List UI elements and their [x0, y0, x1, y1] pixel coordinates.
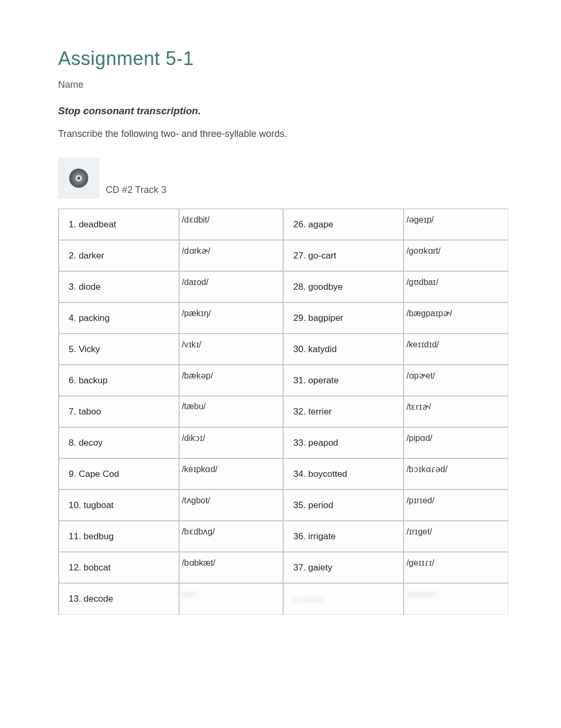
item-number: 12.	[69, 563, 81, 573]
transcription-cell[interactable]: /daɪod/	[179, 271, 283, 302]
word-cell: 2. darker	[59, 240, 179, 271]
word-cell: 11. bedbug	[59, 521, 179, 552]
table-row: 2. darker/dɑrkɚ/27. go-cart/goʊkɑrt/	[59, 240, 508, 271]
transcription-cell[interactable]: /ɑpɚet/	[404, 365, 508, 396]
word-text: Vicky	[76, 344, 100, 354]
word-text: operate	[306, 375, 339, 385]
item-number: 5.	[69, 344, 76, 354]
table-row: 1. deadbeat/dɛdbit/26. agape/əgeɪp/	[59, 209, 508, 240]
page: Assignment 5-1 Name Stop consonant trans…	[0, 0, 561, 615]
word-text: darker	[76, 251, 104, 261]
item-number: 4.	[69, 313, 76, 323]
word-text: decoy	[76, 438, 102, 448]
word-text: period	[306, 500, 333, 510]
item-number: 35.	[293, 500, 306, 510]
transcription-cell[interactable]: /pɪrɪed/	[404, 490, 508, 521]
transcription-cell[interactable]: /ɪrɪget/	[404, 521, 508, 552]
word-cell: 5. Vicky	[59, 334, 179, 365]
item-number: 7.	[69, 407, 76, 417]
word-cell: 33. peapod	[283, 427, 404, 458]
word-text: go-cart	[306, 251, 336, 261]
transcription-cell[interactable]: /tʌgbot/	[179, 490, 283, 521]
cd-icon	[58, 158, 99, 199]
item-number: 28.	[293, 282, 306, 292]
section-subheading: Stop consonant transcription.	[58, 105, 508, 117]
word-text: gaiety	[306, 563, 332, 573]
word-text: irrigate	[306, 531, 336, 541]
word-text: bedbug	[81, 531, 114, 541]
word-cell: 7. taboo	[59, 396, 179, 427]
name-label: Name	[58, 79, 508, 90]
item-number: 29.	[293, 313, 306, 323]
transcription-cell[interactable]: /bægpaɪpɚ/	[404, 302, 508, 334]
transcription-cell[interactable]: /pækɪŋ/	[179, 302, 283, 334]
transcription-cell[interactable]: /bækəp/	[179, 365, 283, 396]
word-text: agape	[306, 219, 333, 229]
transcription-cell[interactable]: /vɪkɪ/	[179, 334, 283, 365]
item-number: 31.	[293, 375, 306, 385]
word-cell: 1. deadbeat	[59, 209, 179, 240]
transcription-cell[interactable]: /bɑbkæt/	[179, 552, 283, 583]
transcription-cell[interactable]: /pipɑd/	[404, 427, 508, 458]
item-number: 30.	[293, 344, 306, 354]
word-cell: 29. bagpiper	[283, 302, 404, 334]
word-cell: 8. decoy	[59, 427, 179, 458]
item-number: 9.	[69, 469, 76, 479]
word-text: tugboat	[81, 500, 114, 510]
transcription-cell[interactable]: /bɔɪkɑɾəd/	[404, 458, 508, 490]
item-number: 13.	[69, 594, 81, 604]
transcription-cell[interactable]: /tæbu/	[179, 396, 283, 427]
transcription-cell[interactable]: /geɪɪɾɪ/	[404, 552, 508, 583]
word-text: peapod	[306, 438, 338, 448]
word-cell: 31. operate	[283, 365, 404, 396]
item-number: 34.	[293, 469, 306, 479]
table-row: 13. decode——— ———————	[59, 583, 508, 614]
transcription-cell[interactable]: /keɪɪdɪd/	[404, 334, 508, 365]
transcription-cell[interactable]: ——	[179, 583, 283, 614]
word-cell: 3. diode	[59, 271, 179, 302]
item-number: 37.	[293, 563, 306, 573]
cd-track-label: CD #2 Track 3	[106, 185, 166, 199]
word-cell: 35. period	[283, 490, 404, 521]
item-number: 2.	[69, 251, 76, 261]
transcription-cell[interactable]: /əgeɪp/	[404, 209, 508, 240]
item-number: 32.	[293, 407, 306, 417]
item-number: 6.	[69, 375, 76, 385]
transcription-cell[interactable]: /dikɔɪ/	[179, 427, 283, 458]
transcription-cell[interactable]: /dɑrkɚ/	[179, 240, 283, 271]
word-cell: 37. gaiety	[283, 552, 404, 583]
item-number: 8.	[69, 438, 76, 448]
transcription-cell[interactable]: /gʊdbaɪ/	[404, 271, 508, 302]
word-cell: — ———	[283, 583, 404, 614]
table-row: 5. Vicky/vɪkɪ/30. katydid/keɪɪdɪd/	[59, 334, 508, 365]
word-cell: 32. terrier	[283, 396, 404, 427]
transcription-cell[interactable]: ————	[404, 583, 508, 614]
table-row: 11. bedbug/bɛdbʌg/36. irrigate/ɪrɪget/	[59, 521, 508, 552]
word-cell: 9. Cape Cod	[59, 458, 179, 490]
transcription-cell[interactable]: /bɛdbʌg/	[179, 521, 283, 552]
transcription-cell[interactable]: /tɛrɪɚ/	[404, 396, 508, 427]
cd-track-row: CD #2 Track 3	[58, 158, 508, 199]
transcription-cell[interactable]: /dɛdbit/	[179, 209, 283, 240]
item-number: 3.	[69, 282, 76, 292]
transcription-cell[interactable]: /keɪpkɑd/	[179, 458, 283, 490]
blurred-text: — ———	[293, 595, 325, 603]
table-row: 6. backup/bækəp/31. operate/ɑpɚet/	[59, 365, 508, 396]
word-text: decode	[81, 594, 114, 604]
table-row: 9. Cape Cod/keɪpkɑd/34. boycotted/bɔɪkɑɾ…	[59, 458, 508, 490]
table-row: 7. taboo/tæbu/32. terrier/tɛrɪɚ/	[59, 396, 508, 427]
word-text: bagpiper	[306, 313, 343, 323]
table-row: 12. bobcat/bɑbkæt/37. gaiety/geɪɪɾɪ/	[59, 552, 508, 583]
word-cell: 10. tugboat	[59, 490, 179, 521]
svg-point-2	[78, 177, 80, 180]
word-cell: 27. go-cart	[283, 240, 404, 271]
item-number: 26.	[293, 219, 306, 229]
word-text: taboo	[76, 407, 101, 417]
item-number: 33.	[293, 438, 306, 448]
table-row: 8. decoy/dikɔɪ/33. peapod/pipɑd/	[59, 427, 508, 458]
word-cell: 36. irrigate	[283, 521, 404, 552]
table-row: 3. diode/daɪod/28. goodbye/gʊdbaɪ/	[59, 271, 508, 302]
transcription-cell[interactable]: /goʊkɑrt/	[404, 240, 508, 271]
word-text: diode	[76, 282, 100, 292]
table-row: 10. tugboat/tʌgbot/35. period/pɪrɪed/	[59, 490, 508, 521]
